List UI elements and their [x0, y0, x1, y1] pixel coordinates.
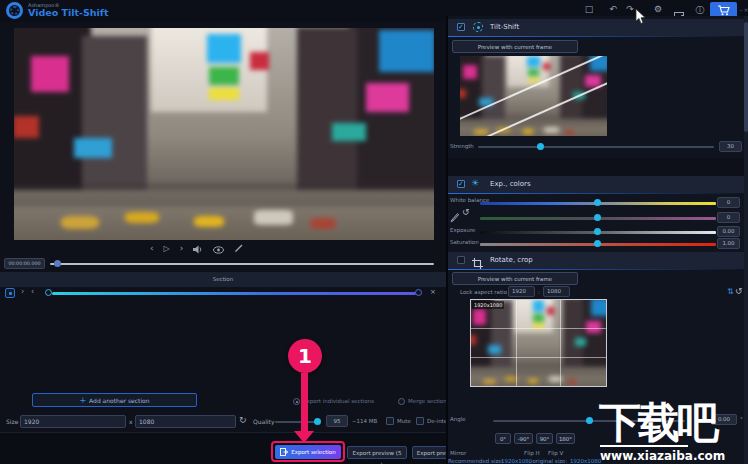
close-button[interactable]: ×: [743, 6, 748, 13]
saturation-handle[interactable]: [594, 240, 601, 247]
remove-section-icon[interactable]: ×: [430, 288, 436, 296]
tiltshift-title: Tilt-Shift: [490, 23, 519, 31]
crop-checkbox[interactable]: [457, 256, 465, 264]
quality-handle[interactable]: [314, 418, 321, 425]
section-band: Section: [0, 272, 446, 287]
annotation-step-badge: 1: [288, 339, 322, 373]
aspect-link-icon[interactable]: ⇅: [727, 287, 734, 296]
video-preview[interactable]: [14, 28, 434, 240]
radio-export-individual[interactable]: [293, 398, 300, 405]
lock-aspect-label: Lock aspect ratio: [460, 289, 507, 295]
crop-grid-line: [516, 300, 517, 386]
quality-value[interactable]: 95: [326, 415, 348, 427]
filesize-estimate: ~114 MB: [352, 418, 377, 424]
refresh-size-icon[interactable]: ↻: [239, 415, 247, 425]
colors-checkbox[interactable]: ✓: [457, 180, 465, 188]
picker-pen-icon[interactable]: [234, 239, 243, 258]
angle-preset-0[interactable]: 0°: [495, 433, 511, 444]
saturation-label: Saturation: [450, 239, 479, 245]
mark-in-icon[interactable]: ›: [21, 287, 24, 296]
settings-gear-icon[interactable]: ⚙: [651, 4, 665, 14]
section-range-bar[interactable]: [52, 292, 416, 295]
colors-title: Exp., colors: [490, 180, 531, 188]
quality-track[interactable]: [275, 421, 319, 423]
cart-icon: [717, 5, 730, 16]
crop-title: Rotate, crop: [490, 256, 533, 264]
export-preview-5-button[interactable]: Export preview (5 sec): [347, 446, 407, 459]
step-forward-icon[interactable]: ›: [180, 243, 184, 253]
tint-value[interactable]: 0: [717, 212, 740, 223]
fullscreen-icon[interactable]: □: [582, 4, 596, 14]
angle-preset-neg90[interactable]: -90°: [514, 433, 533, 444]
page-title: Video Tilt-Shift: [28, 7, 109, 18]
preview-eye-icon[interactable]: [213, 239, 224, 258]
radio-merge-sections-label[interactable]: Merge sections: [408, 398, 450, 404]
mute-label[interactable]: Mute: [397, 418, 411, 424]
saturation-value[interactable]: 1.00: [717, 238, 740, 249]
recommended-size-label: Recommended size:: [448, 458, 504, 464]
white-balance-handle[interactable]: [594, 199, 601, 206]
annotation-arrow: [301, 373, 308, 433]
timecode: 00:00:00.000: [4, 258, 45, 269]
aspect-height-input[interactable]: 1080: [543, 286, 570, 297]
crop-preview-frame-button[interactable]: Preview with current frame: [452, 272, 578, 285]
crop-section-header[interactable]: Rotate, crop: [448, 252, 744, 269]
tiltshift-checkbox[interactable]: ✓: [457, 23, 465, 31]
size-width-input[interactable]: 1920: [20, 415, 126, 428]
crop-grid-line: [471, 357, 606, 358]
section-start-handle[interactable]: [45, 289, 52, 296]
size-height-input[interactable]: 1080: [135, 415, 236, 428]
deinterlace-checkbox[interactable]: [416, 417, 424, 425]
play-icon[interactable]: ▷: [164, 244, 170, 253]
wb-reset-icon[interactable]: ↺: [462, 207, 470, 217]
angle-handle[interactable]: [586, 417, 593, 424]
strength-track[interactable]: [478, 146, 714, 148]
playhead-handle[interactable]: [54, 260, 61, 267]
flip-v-button[interactable]: Flip V: [548, 450, 563, 456]
playhead-track[interactable]: [50, 263, 434, 265]
tiltshift-preview-frame-button[interactable]: Preview with current frame: [452, 40, 578, 53]
eyedropper-icon[interactable]: [450, 208, 459, 227]
angle-preset-180[interactable]: 180°: [556, 433, 575, 444]
scrollbar-thumb[interactable]: [744, 22, 748, 132]
mute-checkbox[interactable]: [386, 417, 394, 425]
size-separator: x: [129, 418, 133, 425]
colors-section-header[interactable]: ✓ ☀ Exp., colors: [448, 176, 744, 193]
strength-value[interactable]: 30: [719, 141, 742, 152]
add-section-button[interactable]: + Add another section: [32, 393, 197, 407]
recommended-size-link[interactable]: 1920x1080: [501, 458, 532, 464]
volume-icon[interactable]: [193, 239, 203, 258]
app-logo-icon: [6, 2, 23, 19]
aspect-width-input[interactable]: 1920: [508, 286, 535, 297]
crop-icon: [472, 254, 483, 273]
exposure-handle[interactable]: [594, 228, 601, 235]
mark-out-icon[interactable]: ‹: [31, 287, 34, 296]
radio-merge-sections[interactable]: [398, 398, 405, 405]
aspect-colon: :: [538, 289, 540, 295]
section-options-button[interactable]: [5, 288, 15, 298]
section-end-handle[interactable]: [415, 289, 422, 296]
step-back-icon[interactable]: ‹: [150, 243, 154, 253]
angle-label: Angle: [450, 416, 466, 422]
tint-handle[interactable]: [594, 214, 601, 221]
section-label: Section: [0, 272, 446, 287]
undo-icon[interactable]: ↶: [606, 4, 620, 14]
strength-handle[interactable]: [537, 143, 544, 150]
radio-export-individual-label[interactable]: Export individual sections: [303, 398, 374, 404]
crop-reset-icon[interactable]: ↺: [735, 286, 743, 296]
player-controls: ‹ ▷ ›: [150, 241, 280, 255]
exposure-label: Exposure: [450, 227, 475, 233]
crop-size-chip: 1920x1080: [472, 301, 504, 309]
watermark-rule: [600, 445, 688, 447]
crop-preview-image[interactable]: 1920x1080: [470, 299, 607, 387]
watermark-text: 下载吧: [599, 395, 716, 451]
tiltshift-preview-image[interactable]: [460, 56, 607, 136]
angle-preset-90[interactable]: 90°: [536, 433, 553, 444]
exposure-value[interactable]: 0.00: [717, 226, 740, 237]
white-balance-value[interactable]: 0: [717, 197, 740, 208]
tiltshift-section-header[interactable]: ✓ Tilt-Shift: [448, 19, 744, 36]
flip-h-button[interactable]: Flip H: [524, 450, 540, 456]
app-window: Ashampoo® Video Tilt-Shift □ ↶ ↷ ⚙ ⓘ – ▫…: [0, 0, 748, 464]
mouse-cursor: [635, 8, 647, 29]
crop-grid-line: [560, 300, 561, 386]
